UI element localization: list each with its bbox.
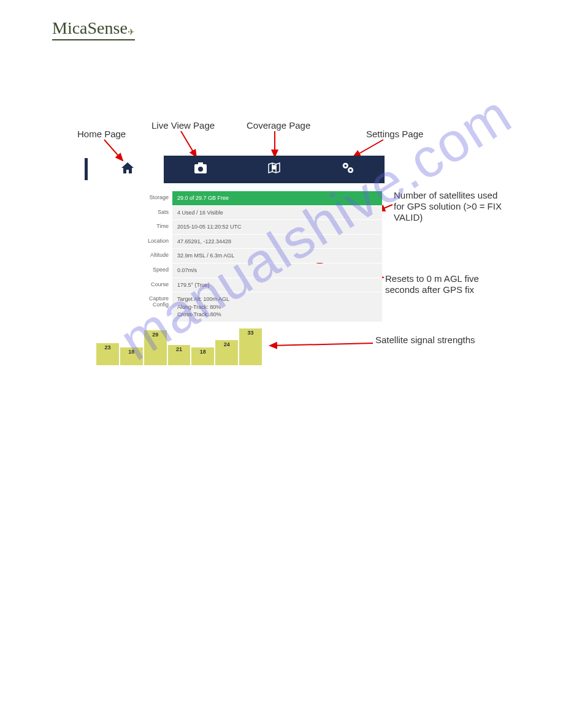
speed-label: Speed <box>139 264 172 276</box>
sats-value: 4 Used / 16 Visible <box>172 206 382 220</box>
annotation-sats: Number of satellites used for GPS soluti… <box>394 190 504 223</box>
svg-line-0 <box>104 140 123 161</box>
label-coverage: Coverage Page <box>247 120 310 131</box>
speed-value: 0.07m/s <box>172 264 382 278</box>
bar-0-value: 23 <box>104 344 110 351</box>
bar-5-value: 24 <box>224 341 230 347</box>
label-settings: Settings Page <box>366 129 423 139</box>
speed-row: Speed0.07m/s <box>139 264 382 278</box>
altitude-row: Altitude32.9m MSL / 6.3m AGL <box>139 249 382 263</box>
status-table: Storage29.0 of 29.7 GB Free Sats4 Used /… <box>139 191 382 322</box>
svg-line-6 <box>270 343 373 346</box>
svg-point-12 <box>345 165 347 167</box>
annotation-signal: Satellite signal strengths <box>375 335 475 346</box>
altitude-value: 32.9m MSL / 6.3m AGL <box>172 249 382 263</box>
signal-chart: 23 18 29 21 18 24 33 <box>96 328 262 365</box>
camera-icon[interactable] <box>193 161 208 178</box>
svg-point-14 <box>350 169 352 172</box>
svg-line-3 <box>353 140 383 157</box>
bar-2: 29 <box>144 330 167 365</box>
bar-3-value: 21 <box>176 346 182 352</box>
storage-row: Storage29.0 of 29.7 GB Free <box>139 191 382 205</box>
logo-arrow-icon: ✈ <box>128 27 135 37</box>
svg-point-10 <box>272 165 276 169</box>
svg-point-9 <box>198 167 203 172</box>
svg-rect-8 <box>198 162 203 165</box>
bar-3: 21 <box>168 345 191 365</box>
bar-6-value: 33 <box>248 330 254 336</box>
bar-0: 23 <box>96 343 119 365</box>
bar-1: 18 <box>120 347 143 365</box>
label-home: Home Page <box>77 129 126 139</box>
brand-logo: MicaSense✈ <box>52 18 135 40</box>
capture-value: Target Alt: 100m AGL Along-Track: 80% Cr… <box>172 292 382 322</box>
location-label: Location <box>139 235 172 247</box>
bar-1-value: 18 <box>128 349 134 355</box>
storage-value: 29.0 of 29.7 GB Free <box>172 191 382 205</box>
course-label: Course <box>139 278 172 290</box>
location-value: 47.65291, -122.34428 <box>172 235 382 249</box>
location-row: Location47.65291, -122.34428 <box>139 235 382 249</box>
map-icon[interactable] <box>267 161 282 178</box>
home-icon[interactable] <box>120 161 135 179</box>
altitude-label: Altitude <box>139 249 172 261</box>
settings-icon[interactable] <box>340 161 355 178</box>
bar-4-value: 18 <box>200 349 206 355</box>
sats-label: Sats <box>139 206 172 218</box>
nav-bar <box>164 156 385 183</box>
label-liveview: Live View Page <box>151 120 215 131</box>
capture-label: Capture Config <box>139 292 172 311</box>
bar-4: 18 <box>191 347 214 365</box>
sats-row: Sats4 Used / 16 Visible <box>139 206 382 220</box>
time-row: Time2015-10-05 11:20:52 UTC <box>139 220 382 234</box>
callout-arrows <box>0 0 563 728</box>
storage-label: Storage <box>139 191 172 203</box>
course-value: 179.5° (True) <box>172 278 382 292</box>
svg-line-1 <box>181 131 196 157</box>
capture-row: Capture ConfigTarget Alt: 100m AGL Along… <box>139 292 382 322</box>
bar-5: 24 <box>215 340 238 365</box>
annotation-altitude: Resets to 0 m AGL five seconds after GPS… <box>385 273 496 295</box>
course-row: Course179.5° (True) <box>139 278 382 292</box>
brand-text: MicaSense <box>52 18 128 37</box>
time-label: Time <box>139 220 172 232</box>
vertical-divider <box>85 158 88 180</box>
bar-2-value: 29 <box>152 332 158 338</box>
time-value: 2015-10-05 11:20:52 UTC <box>172 220 382 234</box>
bar-6: 33 <box>239 328 262 365</box>
